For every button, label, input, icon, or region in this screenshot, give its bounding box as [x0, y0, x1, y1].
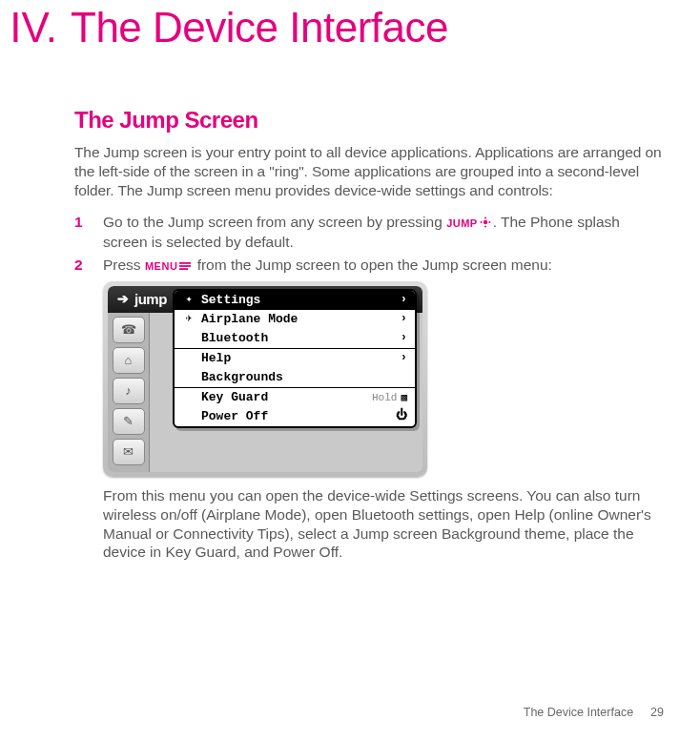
menu-label: Backgrounds — [201, 370, 283, 386]
menu-keyword: MENU — [145, 260, 177, 272]
menu-item-backgrounds[interactable]: Backgrounds — [175, 368, 415, 387]
menu-item-poweroff[interactable]: Power Off ⏻ — [175, 407, 415, 426]
footer-label: The Device Interface — [524, 706, 633, 719]
chevron-right-icon: › — [401, 293, 407, 307]
svg-rect-7 — [179, 268, 188, 270]
chevron-right-icon: › — [401, 331, 407, 345]
chapter-heading: IV. The Device Interface — [0, 0, 664, 51]
device-screenshot: ➔ jump ☎ ⌂ ♪ ✎ ✉ — [103, 281, 427, 477]
device-sidebar: ☎ ⌂ ♪ ✎ ✉ — [108, 313, 150, 472]
step-1: 1 Go to the Jump screen from any screen … — [74, 213, 664, 252]
menu-item-help[interactable]: Help › — [175, 349, 415, 368]
menu-item-airplane[interactable]: ✈Airplane Mode › — [175, 310, 415, 329]
chevron-right-icon: › — [401, 351, 407, 365]
titlebar-arrow-icon: ➔ — [117, 291, 129, 308]
gear-icon: ✦ — [182, 293, 196, 307]
page-footer: The Device Interface 29 — [524, 706, 664, 719]
page-number: 29 — [650, 706, 664, 719]
step-text-pre: Press — [103, 257, 145, 273]
section-title: The Jump Screen — [74, 107, 664, 134]
svg-point-4 — [488, 221, 490, 223]
jump-icon — [479, 214, 492, 233]
intro-paragraph: The Jump screen is your entry point to a… — [74, 143, 664, 199]
done-icon: ▩ — [401, 392, 407, 403]
chevron-right-icon: › — [401, 312, 407, 326]
step-body: Go to the Jump screen from any screen by… — [103, 213, 664, 252]
menu-label: Key Guard — [201, 390, 268, 406]
sidebar-app-icon: ✉ — [113, 439, 145, 465]
step-text-post: from the Jump screen to open the Jump sc… — [193, 257, 552, 273]
step-number: 2 — [74, 256, 84, 562]
svg-rect-6 — [179, 265, 191, 267]
svg-rect-5 — [179, 262, 191, 264]
menu-label: Bluetooth — [201, 331, 268, 347]
jump-menu-panel: ✦Settings › ✈Airplane Mode › Bluetooth — [173, 289, 417, 428]
step-followup-paragraph: From this menu you can open the device-w… — [103, 486, 664, 562]
sidebar-app-icon: ♪ — [113, 378, 145, 404]
chapter-title: The Device Interface — [71, 4, 448, 51]
step-text-pre: Go to the Jump screen from any screen by… — [103, 214, 446, 230]
menu-label: Power Off — [201, 409, 268, 425]
svg-point-1 — [484, 217, 486, 219]
svg-point-0 — [483, 220, 486, 224]
menu-item-keyguard[interactable]: Key Guard Hold▩ — [175, 388, 415, 407]
menu-label: Airplane Mode — [201, 312, 298, 328]
sidebar-app-icon: ✎ — [113, 408, 145, 435]
step-2: 2 Press MENU from the Jump screen to ope… — [74, 256, 664, 562]
airplane-icon: ✈ — [182, 312, 196, 326]
step-number: 1 — [74, 213, 84, 252]
menu-item-settings[interactable]: ✦Settings › — [175, 291, 415, 310]
svg-point-3 — [480, 221, 482, 223]
step-body: Press MENU from the Jump screen to open … — [103, 256, 664, 562]
titlebar-label: jump — [134, 290, 167, 308]
jump-keyword: JUMP — [446, 217, 478, 229]
chapter-number: IV. — [0, 4, 57, 51]
keyguard-hint: Hold — [372, 392, 397, 403]
menu-label: Settings — [201, 293, 260, 309]
menu-item-bluetooth[interactable]: Bluetooth › — [175, 329, 415, 348]
sidebar-app-icon: ⌂ — [113, 347, 145, 374]
svg-point-2 — [484, 226, 486, 228]
menu-icon — [178, 257, 192, 276]
power-icon: ⏻ — [396, 409, 407, 423]
menu-label: Help — [201, 351, 231, 367]
sidebar-app-icon: ☎ — [113, 317, 145, 343]
